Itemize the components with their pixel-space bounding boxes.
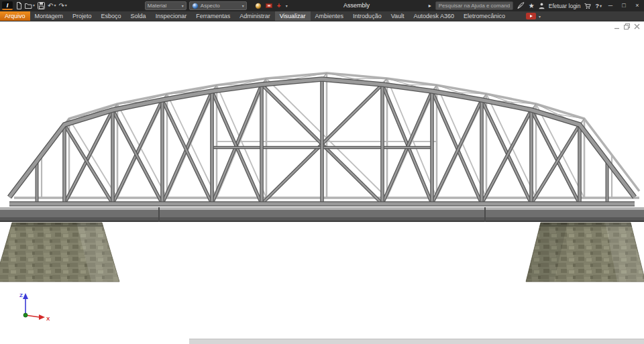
user-icon[interactable]: [539, 3, 545, 9]
near-truss: [9, 79, 635, 204]
tab-administrar[interactable]: Administrar: [235, 11, 275, 21]
z-axis-arrow-icon: [23, 293, 28, 299]
help-search-input[interactable]: [435, 1, 513, 10]
tab-projeto[interactable]: Projeto: [68, 11, 97, 21]
chevron-down-icon: ▾: [600, 3, 602, 8]
orientation-triad: Z X: [19, 292, 50, 322]
redo-button[interactable]: ↷ ▾: [58, 1, 66, 10]
tab-eletromecanico[interactable]: Eletromecânico: [459, 11, 510, 21]
new-file-icon: [15, 2, 22, 9]
tab-esboco[interactable]: Esboço: [97, 11, 126, 21]
save-icon: [38, 2, 45, 9]
help-button[interactable]: ? ▾: [595, 3, 602, 9]
appearance-combo[interactable]: Aspecto ▾: [189, 1, 247, 10]
redo-icon: ↷: [58, 1, 64, 10]
save-button[interactable]: [38, 1, 45, 10]
document-window-controls: [614, 23, 640, 30]
tab-ambientes[interactable]: Ambientes: [311, 11, 349, 21]
youtube-icon: [526, 13, 536, 19]
chevron-down-icon: ▾: [54, 1, 56, 10]
open-folder-icon: [25, 2, 32, 9]
bridge-deck: [0, 207, 644, 222]
undo-icon: ↶: [48, 1, 53, 10]
parameters-icon[interactable]: [266, 2, 273, 9]
app-store-cart-icon[interactable]: [584, 3, 591, 9]
chevron-down-icon: ▾: [539, 14, 541, 19]
tab-solda[interactable]: Solda: [126, 11, 151, 21]
doc-restore-icon: [624, 23, 630, 30]
inventor-window: I ▾ ↶ ▾ ↷ ▾ Material ▾: [0, 0, 644, 344]
ribbon-tab-bar: Arquivo Montagem Projeto Esboço Solda In…: [0, 11, 644, 21]
sign-in-button[interactable]: Efetuar login: [549, 3, 581, 9]
tab-montagem[interactable]: Montagem: [30, 11, 68, 21]
help-icon: ?: [595, 3, 599, 9]
material-combo-value: Material: [148, 3, 166, 9]
tab-vault[interactable]: Vault: [386, 11, 409, 21]
open-button[interactable]: ▾: [25, 1, 35, 10]
right-pier: [526, 223, 644, 282]
tab-visualizar[interactable]: Visualizar: [275, 11, 311, 21]
tab-arquivo[interactable]: Arquivo: [0, 11, 30, 21]
search-expander-icon[interactable]: ▸: [429, 3, 431, 9]
material-combo[interactable]: Material ▾: [145, 1, 186, 10]
adjust-appearance-icon[interactable]: [255, 3, 262, 9]
video-help-button[interactable]: ▾: [526, 11, 541, 21]
doc-minimize-button[interactable]: [614, 23, 620, 30]
model-viewport[interactable]: Z X: [0, 21, 644, 344]
qat-tools-cluster: + ▾: [255, 1, 288, 10]
chevron-down-icon[interactable]: ▾: [286, 3, 288, 8]
appearance-combo-value: Aspecto: [201, 3, 220, 9]
x-axis-label: X: [46, 316, 50, 322]
left-pier: [0, 223, 119, 282]
chevron-down-icon: ▾: [242, 3, 244, 8]
bridge-model-canvas[interactable]: Z X: [0, 21, 644, 344]
new-file-button[interactable]: [15, 1, 22, 10]
undo-button[interactable]: ↶ ▾: [48, 1, 56, 10]
appearance-sphere-icon: [192, 3, 199, 9]
tab-introducao[interactable]: Introdução: [348, 11, 386, 21]
titlebar: I ▾ ↶ ▾ ↷ ▾ Material ▾: [0, 0, 644, 11]
y-axis-dot-icon: [23, 313, 28, 317]
doc-close-button[interactable]: [634, 23, 640, 30]
chevron-down-icon: ▾: [65, 1, 67, 10]
doc-minimize-icon: [614, 23, 620, 30]
tab-inspecionar[interactable]: Inspecionar: [151, 11, 192, 21]
inventor-logo-icon[interactable]: I: [2, 1, 13, 10]
favorites-star-icon[interactable]: ★: [529, 1, 535, 10]
bottom-strip: [189, 339, 644, 344]
z-axis-label: Z: [19, 292, 23, 298]
feather-icon[interactable]: [517, 2, 525, 9]
tab-ferramentas[interactable]: Ferramentas: [191, 11, 235, 21]
document-title: Assembly: [343, 2, 370, 9]
close-button[interactable]: ×: [633, 0, 642, 11]
tab-autodesk-a360[interactable]: Autodesk A360: [409, 11, 460, 21]
doc-restore-button[interactable]: [624, 23, 630, 30]
x-axis-arrow-icon: [39, 314, 45, 320]
doc-close-icon: [634, 23, 640, 30]
quick-access-toolbar: I ▾ ↶ ▾ ↷ ▾ Material ▾: [2, 0, 288, 11]
chevron-down-icon: ▾: [182, 3, 184, 8]
measure-plus-icon[interactable]: +: [277, 1, 281, 10]
titlebar-right-group: ▸ ★ Efetuar login ? ▾ ─ □ ×: [429, 0, 642, 11]
chevron-down-icon: ▾: [33, 1, 35, 10]
minimize-button[interactable]: ─: [606, 0, 615, 11]
maximize-button[interactable]: □: [619, 0, 629, 11]
